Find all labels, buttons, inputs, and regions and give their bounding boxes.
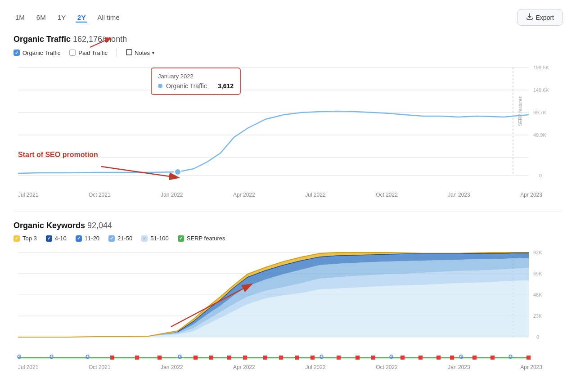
svg-rect-42 xyxy=(158,356,162,360)
x-label-apr22: Apr 2022 xyxy=(233,192,255,198)
svg-rect-54 xyxy=(400,356,405,360)
svg-rect-46 xyxy=(243,356,247,360)
legend-4-10[interactable]: ✓ 4-10 xyxy=(46,235,67,242)
svg-rect-60 xyxy=(526,356,531,360)
svg-text:92K: 92K xyxy=(533,250,542,255)
organic-keywords-value: 92,044 xyxy=(87,221,112,230)
x-label-oct22: Oct 2022 xyxy=(376,192,398,198)
serp-icons-svg: G G G G G G G G xyxy=(14,351,554,361)
svg-rect-44 xyxy=(209,356,213,360)
svg-text:SERP features: SERP features xyxy=(518,96,523,126)
range11-20-checkbox[interactable]: ✓ xyxy=(76,235,82,242)
svg-rect-40 xyxy=(110,356,114,360)
svg-text:99.7K: 99.7K xyxy=(533,110,546,115)
tooltip-row: Organic Traffic 3,612 xyxy=(158,82,234,90)
traffic-chart-svg: SERP features 199.5K 149.6K 99.7K 49.9K … xyxy=(14,63,554,189)
organic-traffic-section: Organic Traffic 162,176/month ✓ Organic … xyxy=(14,35,562,198)
x-label-oct21: Oct 2021 xyxy=(89,192,111,198)
x-label-jan22: Jan 2022 xyxy=(161,192,183,198)
svg-rect-48 xyxy=(279,356,283,360)
svg-text:69K: 69K xyxy=(533,271,542,276)
top3-checkbox[interactable]: ✓ xyxy=(14,235,20,242)
time-btn-alltime[interactable]: All time xyxy=(95,13,121,22)
svg-text:G: G xyxy=(508,354,513,360)
svg-rect-49 xyxy=(295,356,299,360)
svg-rect-58 xyxy=(472,356,477,360)
svg-line-0 xyxy=(90,38,110,47)
legend-51-100[interactable]: ✓ 51-100 xyxy=(141,235,168,242)
seo-annotation: Start of SEO promotion xyxy=(18,151,98,159)
svg-text:149.6K: 149.6K xyxy=(533,87,549,93)
legend-top3[interactable]: ✓ Top 3 xyxy=(14,235,37,242)
svg-rect-41 xyxy=(135,356,139,360)
svg-rect-53 xyxy=(371,356,375,360)
time-range-buttons: 1M 6M 1Y 2Y All time xyxy=(14,13,122,23)
serp-icons-row: G G G G G G G G xyxy=(14,351,562,361)
svg-text:G: G xyxy=(17,354,21,360)
kw-x-label-oct21: Oct 2021 xyxy=(89,364,111,370)
kw-x-label-apr22: Apr 2022 xyxy=(233,364,255,370)
keywords-chart-svg: 92K 69K 46K 23K 0 xyxy=(14,248,554,351)
svg-text:G: G xyxy=(320,354,324,360)
svg-text:23K: 23K xyxy=(533,313,542,319)
legend-serp[interactable]: ✓ SERP features xyxy=(178,235,225,242)
range4-10-checkbox[interactable]: ✓ xyxy=(46,235,52,242)
chart-area-2: 92K 69K 46K 23K 0 G xyxy=(14,248,562,361)
chart-tooltip: January 2022 Organic Traffic 3,612 xyxy=(151,68,241,95)
range21-50-checkbox[interactable]: ✓ xyxy=(108,235,115,242)
tooltip-value: 3,612 xyxy=(218,82,234,90)
x-label-jul22: Jul 2022 xyxy=(305,192,325,198)
range51-100-checkbox[interactable]: ✓ xyxy=(141,235,148,242)
export-label: Export xyxy=(536,14,554,21)
svg-rect-52 xyxy=(356,356,360,360)
traffic-x-axis: Jul 2021 Oct 2021 Jan 2022 Apr 2022 Jul … xyxy=(14,189,562,198)
tooltip-date: January 2022 xyxy=(158,73,234,80)
svg-text:0: 0 xyxy=(539,173,542,178)
svg-rect-43 xyxy=(194,356,198,360)
chart-area-1: SERP features 199.5K 149.6K 99.7K 49.9K … xyxy=(14,63,562,189)
svg-text:49.9K: 49.9K xyxy=(533,132,546,138)
legend-divider xyxy=(117,49,117,57)
x-label-jul21: Jul 2021 xyxy=(18,192,38,198)
paid-traffic-checkbox[interactable] xyxy=(69,50,76,56)
tooltip-dot xyxy=(158,84,162,88)
svg-rect-51 xyxy=(337,356,341,360)
organic-traffic-chart: SERP features 199.5K 149.6K 99.7K 49.9K … xyxy=(14,63,562,198)
svg-text:G: G xyxy=(178,354,182,360)
organic-keywords-chart: 92K 69K 46K 23K 0 G xyxy=(14,248,562,370)
time-btn-1m[interactable]: 1M xyxy=(14,13,27,22)
organic-traffic-label: Organic Traffic xyxy=(14,35,71,44)
tooltip-label: Organic Traffic xyxy=(166,82,214,90)
kw-x-label-jul21: Jul 2021 xyxy=(18,364,38,370)
kw-x-label-jan22: Jan 2022 xyxy=(161,364,183,370)
time-btn-2y[interactable]: 2Y xyxy=(76,13,87,23)
organic-keywords-label: Organic Keywords xyxy=(14,221,85,230)
legend-11-20[interactable]: ✓ 11-20 xyxy=(76,235,99,242)
svg-rect-56 xyxy=(436,356,441,360)
time-btn-6m[interactable]: 6M xyxy=(35,13,48,22)
svg-text:G: G xyxy=(459,354,463,360)
svg-point-10 xyxy=(175,169,181,175)
notes-icon xyxy=(126,49,132,57)
organic-keywords-section: Organic Keywords 92,044 ✓ Top 3 ✓ 4-10 ✓… xyxy=(14,221,562,370)
svg-text:G: G xyxy=(50,354,54,360)
svg-rect-45 xyxy=(227,356,231,360)
legend-21-50[interactable]: ✓ 21-50 xyxy=(108,235,132,242)
svg-text:46K: 46K xyxy=(533,292,542,297)
legend-organic-traffic[interactable]: ✓ Organic Traffic xyxy=(14,50,60,56)
section-divider xyxy=(14,212,562,212)
value-arrow-svg xyxy=(86,36,166,50)
svg-rect-55 xyxy=(418,356,423,360)
time-btn-1y[interactable]: 1Y xyxy=(56,13,68,22)
notes-chevron-icon: ▾ xyxy=(152,50,154,55)
kw-x-label-jul22: Jul 2022 xyxy=(305,364,325,370)
legend-paid-traffic[interactable]: Paid Traffic xyxy=(69,50,108,56)
serp-checkbox[interactable]: ✓ xyxy=(178,235,184,242)
svg-text:G: G xyxy=(389,354,393,360)
svg-text:G: G xyxy=(86,354,90,360)
export-button[interactable]: Export xyxy=(518,9,562,26)
svg-rect-50 xyxy=(310,356,315,360)
svg-rect-47 xyxy=(263,356,267,360)
organic-traffic-checkbox[interactable]: ✓ xyxy=(14,50,20,56)
notes-button[interactable]: Notes ▾ xyxy=(126,49,154,57)
